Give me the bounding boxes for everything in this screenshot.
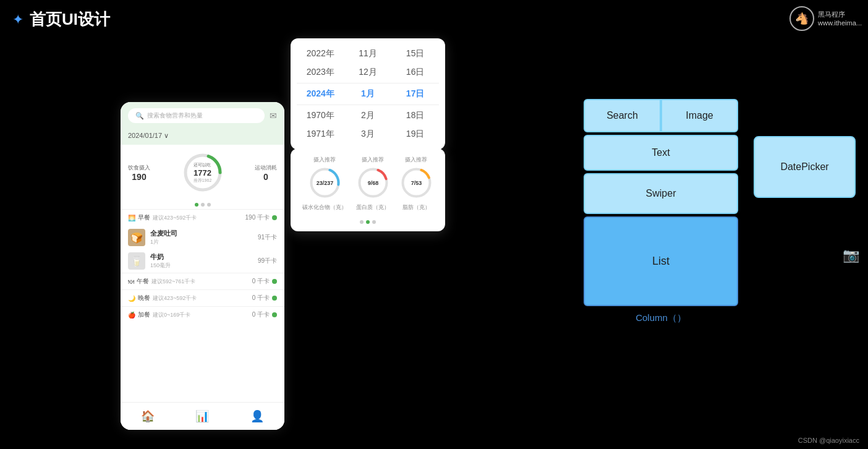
- food-item-1[interactable]: 🍞 全麦吐司 1片 91千卡: [121, 226, 284, 249]
- phone-search-input[interactable]: 🔍 搜索食物营养和热量: [128, 108, 265, 123]
- column-footer: Column（）: [584, 309, 738, 328]
- donut-center: 还可以吃 1772 推荐1962: [194, 162, 212, 184]
- date-month-2: 12月: [344, 67, 391, 78]
- donut-sub: 推荐1962: [194, 177, 212, 184]
- snack-icon: 🍎: [128, 312, 135, 319]
- breakfast-header: 🌅 早餐 建议423~592千卡 190 千卡: [121, 210, 284, 226]
- nav-profile[interactable]: 👤: [250, 409, 264, 423]
- food-qty-1: 1片: [150, 238, 253, 246]
- date-day-active: 17日: [392, 88, 439, 100]
- protein-label: 摄入推荐: [356, 156, 390, 164]
- date-year-3: 1970年: [297, 110, 344, 121]
- donut-chart: 还可以吃 1772 推荐1962: [181, 151, 224, 194]
- lunch-header: 🍽 午餐 建议592~761千卡 0 千卡: [121, 273, 284, 289]
- dot-2: [201, 203, 205, 207]
- snack-section: 🍎 加餐 建议0~169千卡 0 千卡: [121, 306, 284, 323]
- exercise-stat: 运动消耗 0: [255, 164, 277, 182]
- phone-bottom-nav: 🏠 📊 👤: [121, 402, 284, 430]
- snack-header: 🍎 加餐 建议0~169千卡 0 千卡: [121, 307, 284, 323]
- protein-unit: 蛋白质（克）: [356, 203, 390, 212]
- food-name-2: 牛奶: [150, 252, 253, 262]
- date-row-active[interactable]: 2024年 1月 17日: [291, 85, 445, 103]
- page-header: ✦ 首页UI设计: [0, 0, 868, 39]
- svg-text:9/68: 9/68: [368, 180, 379, 186]
- snack-rec: 建议0~169千卡: [153, 311, 190, 319]
- breakfast-header-right: 190 千卡: [245, 213, 277, 222]
- right-panel: Search Image Text Swiper List Column（）: [584, 99, 738, 328]
- svg-text:23/237: 23/237: [317, 180, 334, 186]
- date-day-2: 16日: [392, 67, 439, 78]
- header-icon: ✦: [12, 12, 23, 28]
- swiper-component: Swiper: [584, 173, 738, 214]
- date-row-3: 1970年 2月 18日: [291, 106, 445, 125]
- nutrition-protein: 摄入推荐 9/68 蛋白质（克）: [356, 156, 390, 212]
- lunch-add-btn[interactable]: [272, 279, 277, 284]
- dot-1: [195, 203, 198, 207]
- dinner-section: 🌙 晚餐 建议423~592千卡 0 千卡: [121, 289, 284, 306]
- lunch-cal: 0 千卡: [252, 277, 270, 286]
- nutrition-carbs: 摄入推荐 23/237 碳水化合物（克）: [302, 156, 347, 212]
- datepicker-box[interactable]: DatePicker: [754, 136, 856, 198]
- food-thumb-1: 🍞: [128, 229, 145, 246]
- phone-date-bar[interactable]: 2024/01/17 ∨: [121, 129, 284, 145]
- logo-icon: 🐴: [789, 6, 814, 31]
- date-year-active: 2024年: [297, 88, 344, 100]
- camera-icon[interactable]: 📷: [843, 247, 859, 263]
- fat-svg: 7/53: [399, 166, 433, 200]
- lunch-rec: 建议592~761千卡: [151, 278, 195, 286]
- nutrition-dots: [298, 216, 438, 224]
- nutrition-fat: 摄入推荐 7/53 脂肪（克）: [399, 156, 433, 212]
- page-title: 首页UI设计: [30, 9, 110, 30]
- food-qty-2: 150毫升: [150, 262, 253, 270]
- breakfast-rec: 建议423~592千卡: [153, 214, 197, 222]
- date-year-2: 2023年: [297, 67, 344, 78]
- nav-stats[interactable]: 📊: [195, 409, 209, 423]
- dinner-add-btn[interactable]: [272, 296, 277, 301]
- snack-header-left: 🍎 加餐 建议0~169千卡: [128, 310, 190, 319]
- exercise-label: 运动消耗: [255, 164, 277, 172]
- lunch-header-right: 0 千卡: [252, 277, 277, 286]
- snack-add-btn[interactable]: [272, 312, 277, 317]
- date-day-4: 19日: [392, 129, 439, 140]
- search-placeholder-text: 搜索食物营养和热量: [147, 111, 203, 120]
- exercise-value: 0: [255, 172, 277, 182]
- bottom-credit: CSDN @qiaoyixiacc: [798, 437, 859, 444]
- dinner-icon: 🌙: [128, 295, 135, 302]
- dinner-header: 🌙 晚餐 建议423~592千卡 0 千卡: [121, 290, 284, 306]
- image-btn[interactable]: Image: [661, 99, 738, 132]
- food-item-2[interactable]: 🥛 牛奶 150毫升 99千卡: [121, 249, 284, 273]
- donut-label: 还可以吃: [194, 162, 212, 168]
- breakfast-add-btn[interactable]: [272, 215, 277, 220]
- svg-text:7/53: 7/53: [411, 180, 422, 186]
- food-info-1: 全麦吐司 1片: [150, 229, 253, 246]
- search-btn[interactable]: Search: [584, 99, 661, 132]
- nutrition-card: 摄入推荐 23/237 碳水化合物（克） 摄入推荐 9/68 蛋白质（克） 摄入…: [291, 148, 445, 231]
- date-month-active: 1月: [344, 88, 391, 100]
- right-panel-top: Search Image: [584, 99, 738, 132]
- phone-mockup: 🔍 搜索食物营养和热量 ✉ 2024/01/17 ∨ 饮食摄入 190 还可以吃…: [121, 102, 284, 430]
- logo-text: 黑马程序 www.itheima...: [818, 10, 862, 28]
- date-row-2: 2023年 12月 16日: [291, 63, 445, 82]
- nutr-dot-1: [360, 220, 364, 224]
- intake-stat: 饮食摄入 190: [128, 164, 150, 182]
- date-month-3: 2月: [344, 110, 391, 121]
- snack-header-right: 0 千卡: [252, 310, 277, 319]
- snack-cal: 0 千卡: [252, 310, 270, 319]
- mail-icon[interactable]: ✉: [270, 111, 277, 121]
- nav-home[interactable]: 🏠: [141, 409, 155, 423]
- dinner-rec: 建议423~592千卡: [153, 294, 197, 302]
- stats-dots: [121, 200, 284, 209]
- breakfast-header-left: 🌅 早餐 建议423~592千卡: [128, 213, 197, 222]
- nutr-dot-3: [372, 220, 376, 224]
- date-month-1: 11月: [344, 48, 391, 59]
- date-day-3: 18日: [392, 110, 439, 121]
- carbs-unit: 碳水化合物（克）: [302, 203, 347, 212]
- lunch-header-left: 🍽 午餐 建议592~761千卡: [128, 277, 195, 286]
- date-day-1: 15日: [392, 48, 439, 59]
- breakfast-label: 早餐: [138, 213, 150, 222]
- intake-value: 190: [128, 172, 150, 182]
- intake-label: 饮食摄入: [128, 164, 150, 172]
- date-year-1: 2022年: [297, 48, 344, 59]
- breakfast-cal: 190 千卡: [245, 213, 270, 222]
- lunch-section: 🍽 午餐 建议592~761千卡 0 千卡: [121, 273, 284, 289]
